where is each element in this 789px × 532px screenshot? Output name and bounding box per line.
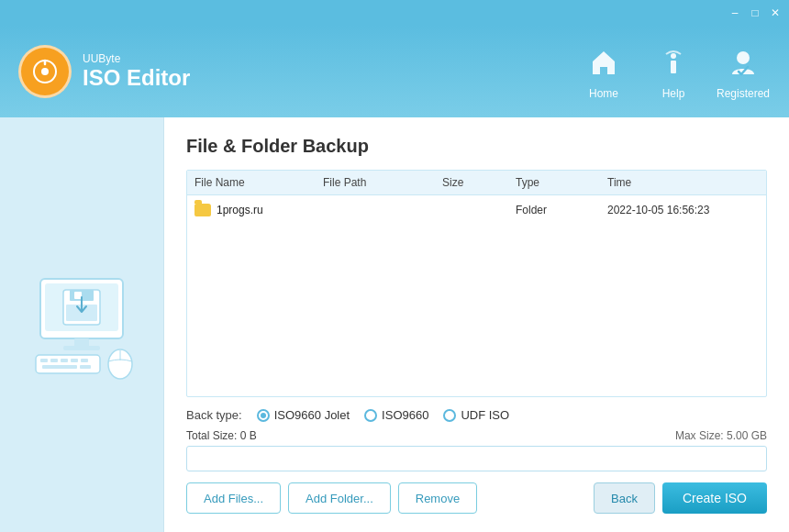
size-input[interactable]: [186, 446, 767, 471]
file-table: File Name File Path Size Type Time 1prog…: [186, 170, 767, 397]
cell-filename: 1progs.ru: [194, 204, 323, 216]
max-size: Max Size: 5.00 GB: [675, 429, 767, 442]
add-files-button[interactable]: Add Files...: [186, 482, 281, 514]
help-label: Help: [662, 87, 685, 100]
logo-area: UUByte ISO Editor: [18, 45, 576, 98]
registered-label: Registered: [717, 87, 770, 100]
registered-icon: [723, 43, 763, 83]
content-area: File & Folder Backup File Name File Path…: [163, 117, 789, 532]
svg-rect-18: [81, 359, 88, 362]
header: UUByte ISO Editor Home Help: [0, 26, 789, 117]
remove-button[interactable]: Remove: [398, 482, 477, 514]
radio-circle-iso9660jolet: [257, 409, 270, 422]
nav-registered[interactable]: Registered: [716, 43, 771, 100]
folder-icon: [194, 204, 211, 216]
table-body: 1progs.ru Folder 2022-10-05 16:56:23: [187, 195, 766, 396]
minimize-button[interactable]: –: [725, 3, 745, 23]
sidebar-illustration: [22, 270, 141, 380]
page-title: File & Folder Backup: [186, 136, 767, 157]
logo-text: UUByte ISO Editor: [83, 52, 190, 91]
cell-type: Folder: [516, 204, 607, 216]
svg-rect-13: [36, 355, 100, 373]
company-name: UUByte: [83, 52, 190, 65]
bottom-bar: Add Files... Add Folder... Remove Back C…: [186, 482, 767, 514]
back-type-row: Back type: ISO9660 Jolet ISO9660 UDF ISO: [186, 408, 767, 422]
back-type-label: Back type:: [186, 408, 242, 422]
cell-time: 2022-10-05 16:56:23: [607, 204, 759, 216]
radio-circle-udfiso: [443, 409, 456, 422]
back-button[interactable]: Back: [594, 482, 655, 514]
add-folder-button[interactable]: Add Folder...: [288, 482, 391, 514]
create-iso-button[interactable]: Create ISO: [662, 482, 767, 514]
home-icon: [583, 43, 624, 83]
titlebar: – □ ✕: [0, 0, 789, 26]
sidebar: [0, 117, 163, 532]
right-buttons: Back Create ISO: [594, 482, 767, 514]
radio-circle-iso9660: [364, 409, 377, 422]
svg-rect-17: [71, 359, 78, 362]
total-size: Total Size: 0 B: [186, 429, 257, 442]
logo-icon: [18, 45, 72, 98]
svg-point-2: [671, 53, 676, 59]
svg-point-1: [41, 68, 49, 75]
help-icon: [653, 43, 694, 83]
svg-point-4: [737, 51, 750, 64]
col-type: Type: [516, 176, 607, 189]
radio-label-iso9660jolet: ISO9660 Jolet: [274, 408, 350, 422]
nav-help[interactable]: Help: [646, 43, 701, 100]
left-buttons: Add Files... Add Folder... Remove: [186, 482, 477, 514]
col-filepath: File Path: [323, 176, 442, 189]
svg-rect-9: [74, 292, 82, 299]
radio-label-iso9660: ISO9660: [382, 408, 428, 422]
radio-label-udfiso: UDF ISO: [461, 408, 509, 422]
home-label: Home: [589, 87, 618, 100]
radio-iso9660[interactable]: ISO9660: [364, 408, 428, 422]
maximize-button[interactable]: □: [745, 3, 765, 23]
radio-iso9660jolet[interactable]: ISO9660 Jolet: [257, 408, 350, 422]
nav-home[interactable]: Home: [576, 43, 631, 100]
product-name: ISO Editor: [83, 65, 190, 91]
close-button[interactable]: ✕: [765, 3, 785, 23]
svg-rect-16: [61, 359, 68, 362]
svg-rect-20: [80, 365, 91, 369]
main-container: File & Folder Backup File Name File Path…: [0, 117, 789, 532]
table-header: File Name File Path Size Type Time: [187, 171, 766, 195]
col-filename: File Name: [194, 176, 323, 189]
svg-rect-12: [63, 346, 100, 350]
col-time: Time: [607, 176, 759, 189]
svg-rect-19: [42, 365, 77, 369]
nav-buttons: Home Help Registered: [576, 43, 771, 100]
table-row[interactable]: 1progs.ru Folder 2022-10-05 16:56:23: [187, 199, 766, 221]
filename-text: 1progs.ru: [217, 204, 263, 216]
radio-udfiso[interactable]: UDF ISO: [443, 408, 509, 422]
size-row: Total Size: 0 B Max Size: 5.00 GB: [186, 429, 767, 442]
svg-rect-3: [671, 61, 676, 73]
col-size: Size: [442, 176, 516, 189]
svg-rect-15: [50, 359, 58, 362]
svg-rect-14: [40, 359, 48, 362]
